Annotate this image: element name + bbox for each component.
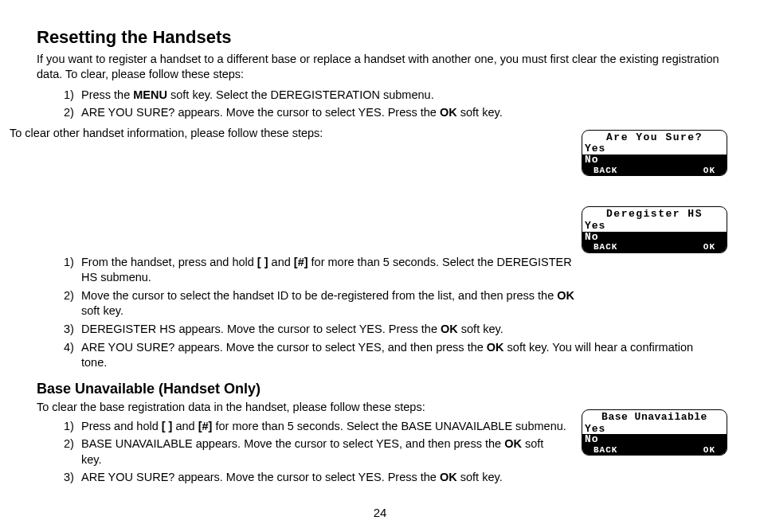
page-number: 24	[0, 505, 760, 521]
step-2-2: 2)Move the cursor to select the handset …	[64, 288, 590, 319]
step-2-1: 1)From the handset, press and hold [ ] a…	[64, 255, 590, 286]
steps-list-2: 1)From the handset, press and hold [ ] a…	[64, 255, 590, 371]
lcd-softkey-back: BACK	[582, 243, 655, 252]
lcd-option-no-selected: No	[582, 232, 727, 243]
lcd-deregister-hs: Deregister HS Yes No BACK OK	[582, 206, 727, 252]
step-3-3: 3)ARE YOU SURE? appears. Move the cursor…	[64, 470, 717, 486]
heading-resetting: Resetting the Handsets	[37, 25, 728, 49]
steps-list-1: 1)Press the MENU soft key. Select the DE…	[64, 88, 566, 121]
step-3-1: 1)Press and hold [ ] and [#] for more th…	[64, 419, 566, 435]
lcd-column-1: Are You Sure? Yes No BACK OK Deregister …	[582, 86, 728, 253]
lcd-softkey-ok: OK	[655, 243, 727, 252]
step-1-1: 1)Press the MENU soft key. Select the DE…	[64, 88, 566, 104]
lcd-option-no-selected: No	[582, 434, 727, 445]
lcd-option-yes: Yes	[582, 143, 727, 155]
lcd-softkey-bar: BACK OK	[582, 166, 727, 176]
step-2-4: 4)ARE YOU SURE? appears. Move the cursor…	[64, 340, 717, 371]
lcd-softkey-ok: OK	[655, 446, 727, 456]
intro-text-2: To clear the base registration data in t…	[37, 400, 566, 416]
lcd-column-2: Base Unavailable Yes No BACK OK	[582, 393, 728, 456]
step-1-2: 2)ARE YOU SURE? appears. Move the cursor…	[64, 105, 566, 121]
lcd-base-unavailable: Base Unavailable Yes No BACK OK	[582, 409, 727, 456]
lcd-softkey-back: BACK	[582, 446, 655, 456]
lcd-softkey-bar: BACK OK	[582, 242, 727, 252]
lcd-softkey-bar: BACK OK	[582, 445, 727, 456]
step-2-3: 3)DEREGISTER HS appears. Move the cursor…	[64, 322, 717, 338]
lcd-are-you-sure: Are You Sure? Yes No BACK OK	[582, 130, 727, 176]
step-3-2: 2)BASE UNAVAILABLE appears. Move the cur…	[64, 436, 566, 467]
text-block-2: To clear the base registration data in t…	[37, 400, 566, 491]
intro-text-1a: If you want to register a handset to a d…	[37, 52, 722, 83]
lcd-softkey-back: BACK	[582, 166, 655, 176]
lcd-option-yes: Yes	[582, 424, 727, 435]
lcd-option-yes: Yes	[582, 221, 727, 232]
lcd-softkey-ok: OK	[655, 166, 727, 176]
lcd-title: Are You Sure?	[582, 131, 727, 144]
steps-list-3: 1)Press and hold [ ] and [#] for more th…	[64, 419, 566, 486]
text-block-1: 1)Press the MENU soft key. Select the DE…	[37, 86, 566, 145]
lcd-option-no-selected: No	[582, 155, 727, 166]
lcd-title: Deregister HS	[582, 207, 727, 221]
intro-text-1b: To clear other handset information, plea…	[10, 126, 566, 142]
lcd-title: Base Unavailable	[582, 410, 727, 424]
